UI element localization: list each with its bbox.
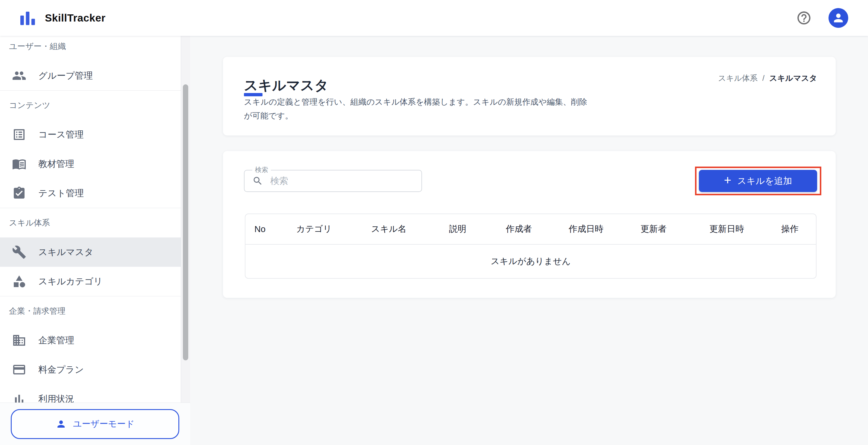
sidebar-scrollbar-thumb[interactable] bbox=[183, 84, 188, 361]
sidebar-section-company-billing: 企業・請求管理 bbox=[0, 296, 181, 326]
search-field-label: 検索 bbox=[252, 166, 271, 173]
sidebar-nav: ユーザー・組織 グループ管理 コンテンツ コース管理 教材管理 bbox=[0, 36, 181, 445]
sidebar-bottom-panel: ユーザーモード bbox=[0, 403, 190, 445]
course-list-icon bbox=[12, 127, 26, 142]
sidebar-section-skill-system: スキル体系 bbox=[0, 208, 181, 237]
app-header: SkillTracker bbox=[0, 0, 868, 36]
page-description: スキルの定義と管理を行い、組織のスキル体系を構築します。スキルの新規作成や編集、… bbox=[244, 95, 594, 123]
user-avatar[interactable] bbox=[829, 8, 848, 28]
help-icon bbox=[796, 10, 812, 26]
skills-table-header-row: No カテゴリ スキル名 説明 作成者 作成日時 更新者 更新日時 操作 bbox=[245, 214, 816, 245]
credit-card-icon bbox=[12, 363, 26, 377]
main-content: スキルマスタ スキルの定義と管理を行い、組織のスキル体系を構築します。スキルの新… bbox=[190, 36, 868, 445]
skill-list-card: 検索 + スキルを追加 No カテゴリ スキル名 説明 作成者 作成日時 更新者 bbox=[223, 151, 836, 298]
skilltracker-app: SkillTracker ユーザー・組織 グループ管理 コンテンツ bbox=[0, 0, 868, 445]
page-title: スキルマスタ bbox=[244, 76, 328, 95]
search-icon bbox=[252, 176, 263, 186]
book-icon bbox=[12, 157, 26, 171]
person-icon bbox=[832, 11, 845, 25]
help-button[interactable] bbox=[796, 9, 812, 26]
people-icon bbox=[12, 68, 26, 83]
sidebar-section-users-org: ユーザー・組織 bbox=[0, 36, 181, 61]
table-empty-message: スキルがありません bbox=[245, 245, 816, 278]
breadcrumb-current: スキルマスタ bbox=[769, 73, 817, 83]
breadcrumb: スキル体系 / スキルマスタ bbox=[718, 73, 817, 83]
column-header-actions: 操作 bbox=[772, 223, 816, 235]
bar-chart-logo-icon bbox=[19, 9, 36, 27]
app-logo: SkillTracker bbox=[19, 9, 106, 27]
plus-icon: + bbox=[724, 174, 732, 186]
wrench-icon bbox=[12, 245, 26, 259]
user-mode-button[interactable]: ユーザーモード bbox=[11, 409, 179, 439]
column-header-description: 説明 bbox=[440, 223, 497, 235]
search-input[interactable] bbox=[270, 176, 422, 186]
sidebar: ユーザー・組織 グループ管理 コンテンツ コース管理 教材管理 bbox=[0, 36, 190, 445]
sidebar-item-group-management[interactable]: グループ管理 bbox=[0, 61, 181, 90]
sidebar-item-price-plan[interactable]: 料金プラン bbox=[0, 355, 181, 384]
sidebar-item-material-management[interactable]: 教材管理 bbox=[0, 149, 181, 178]
skills-table: No カテゴリ スキル名 説明 作成者 作成日時 更新者 更新日時 操作 スキル… bbox=[245, 213, 816, 279]
sidebar-item-course-management[interactable]: コース管理 bbox=[0, 120, 181, 149]
clipboard-check-icon bbox=[12, 186, 26, 200]
search-field: 検索 bbox=[244, 170, 422, 192]
column-header-category: カテゴリ bbox=[287, 223, 362, 235]
column-header-skill-name: スキル名 bbox=[362, 223, 440, 235]
category-shapes-icon bbox=[12, 274, 26, 288]
sidebar-item-skill-category[interactable]: スキルカテゴリ bbox=[0, 267, 181, 296]
column-header-created-at: 作成日時 bbox=[560, 223, 631, 235]
app-title: SkillTracker bbox=[45, 12, 106, 24]
header-actions bbox=[796, 8, 848, 28]
sidebar-item-test-management[interactable]: テスト管理 bbox=[0, 178, 181, 208]
building-icon bbox=[12, 333, 26, 347]
sidebar-section-contents: コンテンツ bbox=[0, 91, 181, 120]
column-header-updater: 更新者 bbox=[631, 223, 701, 235]
column-header-creator: 作成者 bbox=[497, 223, 560, 235]
person-icon bbox=[56, 419, 66, 430]
breadcrumb-separator: / bbox=[762, 74, 765, 83]
column-header-updated-at: 更新日時 bbox=[701, 223, 772, 235]
breadcrumb-parent[interactable]: スキル体系 bbox=[718, 73, 757, 83]
sidebar-item-company-management[interactable]: 企業管理 bbox=[0, 326, 181, 355]
add-skill-button[interactable]: + スキルを追加 bbox=[699, 170, 817, 192]
sidebar-item-skill-master[interactable]: スキルマスタ bbox=[0, 237, 181, 267]
page-header-card: スキルマスタ スキルの定義と管理を行い、組織のスキル体系を構築します。スキルの新… bbox=[223, 57, 836, 135]
column-header-no: No bbox=[245, 224, 287, 234]
